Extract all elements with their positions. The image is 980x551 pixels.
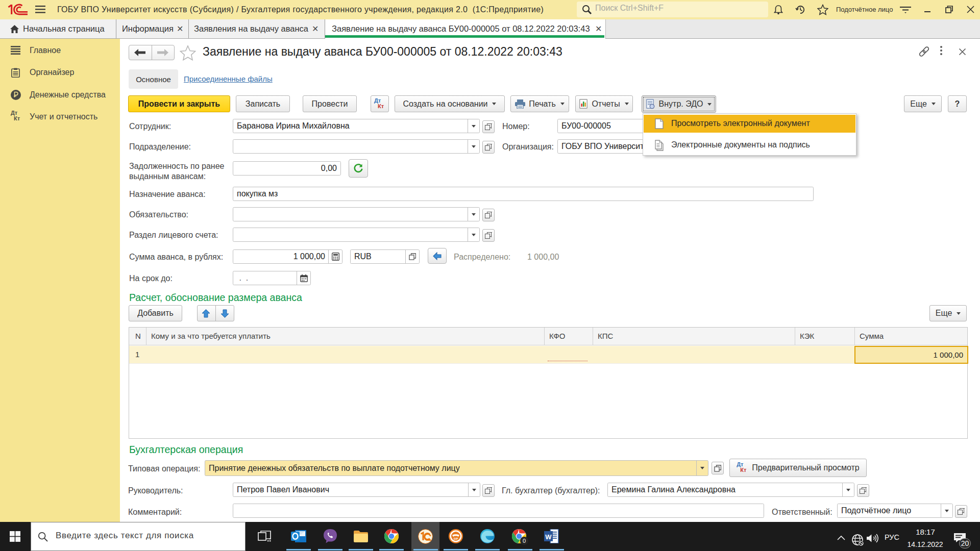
svg-text:W: W [545, 533, 552, 541]
svg-text:0: 0 [523, 538, 526, 544]
svg-text:SIP: SIP [454, 537, 458, 540]
